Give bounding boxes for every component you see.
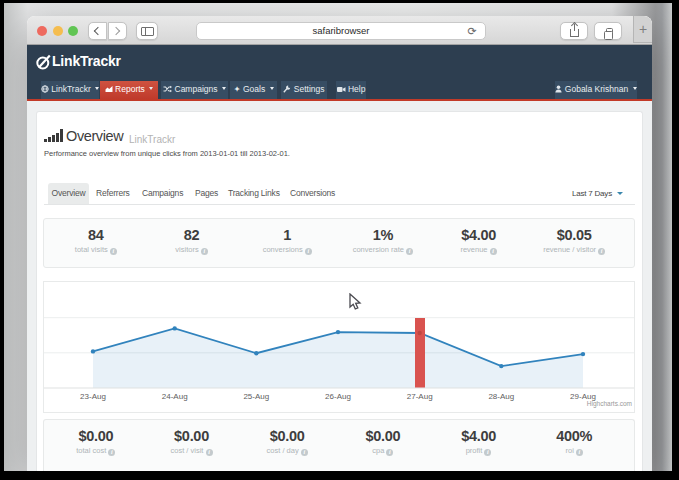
svg-text:25-Aug: 25-Aug xyxy=(243,392,269,401)
svg-text:23-Aug: 23-Aug xyxy=(80,392,106,401)
svg-text:27-Aug: 27-Aug xyxy=(407,392,433,401)
svg-text:28-Aug: 28-Aug xyxy=(488,392,514,401)
svg-text:26-Aug: 26-Aug xyxy=(325,392,351,401)
svg-text:24-Aug: 24-Aug xyxy=(162,392,188,401)
